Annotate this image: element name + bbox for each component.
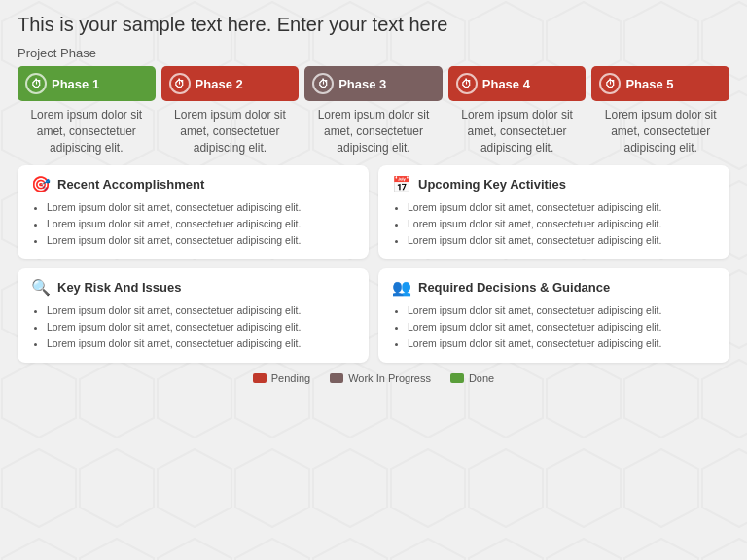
card-list-risks: Lorem ipsum dolor sit amet, consectetuer…: [31, 303, 355, 350]
legend-swatch-pending: [253, 373, 267, 383]
phase-name-5: Phase 5: [625, 77, 673, 91]
list-item: Lorem ipsum dolor sit amet, consectetuer…: [408, 336, 716, 351]
main-title: This is your sample text here. Enter you…: [18, 14, 729, 36]
phase-row: ⏱Phase 1Lorem ipsum dolor sit amet, cons…: [18, 66, 729, 156]
phase-badge-4[interactable]: ⏱Phase 4: [448, 66, 587, 101]
card-list-activities: Lorem ipsum dolor sit amet, consectetuer…: [392, 200, 716, 247]
list-item: Lorem ipsum dolor sit amet, consectetuer…: [408, 320, 716, 334]
card-activities: 📅Upcoming Key ActivitiesLorem ipsum dolo…: [378, 165, 729, 259]
phase-badge-3[interactable]: ⏱Phase 3: [304, 66, 443, 101]
phase-body-2: Lorem ipsum dolor sit amet, consectetuer…: [161, 107, 300, 156]
list-item: Lorem ipsum dolor sit amet, consectetuer…: [47, 303, 355, 318]
card-list-decisions: Lorem ipsum dolor sit amet, consectetuer…: [392, 303, 716, 350]
bottom-grid: 🎯Recent AccomplishmentLorem ipsum dolor …: [18, 165, 729, 362]
list-item: Lorem ipsum dolor sit amet, consectetuer…: [408, 233, 716, 248]
legend-item-wip: Work In Progress: [330, 372, 431, 384]
phase-col-1: ⏱Phase 1Lorem ipsum dolor sit amet, cons…: [18, 66, 156, 156]
legend-label-wip: Work In Progress: [348, 372, 431, 384]
card-title-decisions: Required Decisions & Guidance: [418, 280, 610, 295]
legend-item-pending: Pending: [253, 372, 310, 384]
phase-icon-5: ⏱: [599, 73, 621, 94]
card-header-accomplishment: 🎯Recent Accomplishment: [31, 175, 355, 193]
phase-icon-3: ⏱: [312, 73, 334, 94]
legend-label-pending: Pending: [271, 372, 310, 384]
phase-col-3: ⏱Phase 3Lorem ipsum dolor sit amet, cons…: [304, 66, 443, 156]
phase-name-1: Phase 1: [52, 77, 99, 91]
list-item: Lorem ipsum dolor sit amet, consectetuer…: [408, 217, 716, 231]
card-icon-risks: 🔍: [31, 278, 51, 297]
card-title-accomplishment: Recent Accomplishment: [57, 177, 204, 192]
phase-col-4: ⏱Phase 4Lorem ipsum dolor sit amet, cons…: [448, 66, 587, 156]
list-item: Lorem ipsum dolor sit amet, consectetuer…: [47, 336, 355, 351]
list-item: Lorem ipsum dolor sit amet, consectetuer…: [408, 303, 716, 318]
project-phase-label: Project Phase: [18, 46, 729, 60]
list-item: Lorem ipsum dolor sit amet, consectetuer…: [47, 233, 355, 248]
phase-icon-4: ⏱: [456, 73, 478, 94]
phase-badge-2[interactable]: ⏱Phase 2: [161, 66, 300, 101]
legend: PendingWork In ProgressDone: [18, 372, 729, 384]
main-container: This is your sample text here. Enter you…: [0, 0, 747, 394]
card-accomplishment: 🎯Recent AccomplishmentLorem ipsum dolor …: [18, 165, 369, 259]
phase-body-1: Lorem ipsum dolor sit amet, consectetuer…: [18, 107, 156, 156]
phase-body-4: Lorem ipsum dolor sit amet, consectetuer…: [448, 107, 587, 156]
legend-swatch-done: [450, 373, 464, 383]
card-title-activities: Upcoming Key Activities: [418, 177, 566, 192]
card-title-risks: Key Risk And Issues: [57, 280, 181, 295]
phase-col-5: ⏱Phase 5Lorem ipsum dolor sit amet, cons…: [591, 66, 729, 156]
list-item: Lorem ipsum dolor sit amet, consectetuer…: [47, 200, 355, 215]
legend-swatch-wip: [330, 373, 343, 383]
phase-badge-5[interactable]: ⏱Phase 5: [591, 66, 729, 101]
phase-icon-1: ⏱: [25, 73, 47, 94]
legend-label-done: Done: [469, 372, 494, 384]
phase-icon-2: ⏱: [169, 73, 191, 94]
card-icon-accomplishment: 🎯: [31, 175, 51, 193]
card-list-accomplishment: Lorem ipsum dolor sit amet, consectetuer…: [31, 200, 355, 247]
phase-badge-1[interactable]: ⏱Phase 1: [18, 66, 156, 101]
phase-name-3: Phase 3: [338, 77, 386, 91]
card-header-activities: 📅Upcoming Key Activities: [392, 175, 716, 193]
card-icon-decisions: 👥: [392, 278, 411, 297]
phase-name-2: Phase 2: [196, 77, 243, 91]
legend-item-done: Done: [450, 372, 494, 384]
card-icon-activities: 📅: [392, 175, 411, 193]
phase-body-5: Lorem ipsum dolor sit amet, consectetuer…: [591, 107, 729, 156]
list-item: Lorem ipsum dolor sit amet, consectetuer…: [47, 320, 355, 334]
list-item: Lorem ipsum dolor sit amet, consectetuer…: [47, 217, 355, 231]
phase-body-3: Lorem ipsum dolor sit amet, consectetuer…: [304, 107, 443, 156]
phase-name-4: Phase 4: [482, 77, 530, 91]
card-risks: 🔍Key Risk And IssuesLorem ipsum dolor si…: [18, 268, 369, 362]
card-decisions: 👥Required Decisions & GuidanceLorem ipsu…: [378, 268, 729, 362]
card-header-decisions: 👥Required Decisions & Guidance: [392, 278, 716, 297]
phase-col-2: ⏱Phase 2Lorem ipsum dolor sit amet, cons…: [161, 66, 300, 156]
card-header-risks: 🔍Key Risk And Issues: [31, 278, 355, 297]
list-item: Lorem ipsum dolor sit amet, consectetuer…: [408, 200, 716, 215]
